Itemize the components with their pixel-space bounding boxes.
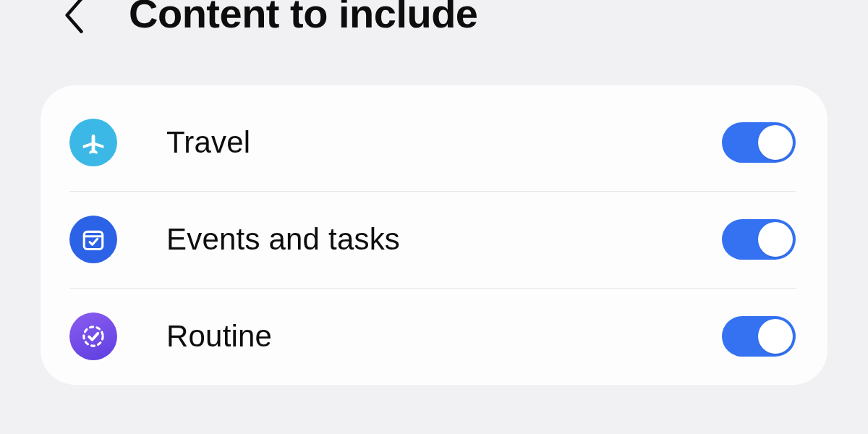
toggle-travel[interactable] <box>722 122 796 163</box>
list-item-events[interactable]: Events and tasks <box>41 191 827 288</box>
list-item-routine[interactable]: Routine <box>41 288 827 385</box>
switch-slider <box>722 219 796 260</box>
svg-rect-0 <box>84 231 103 249</box>
toggle-events[interactable] <box>722 219 796 260</box>
switch-slider <box>722 316 796 357</box>
list-item-label: Routine <box>166 319 722 354</box>
routine-check-icon <box>69 312 117 360</box>
switch-slider <box>722 122 796 163</box>
svg-point-2 <box>84 327 103 346</box>
content-list-card: Travel Events and tasks Routine <box>41 85 827 385</box>
list-item-label: Travel <box>166 125 722 160</box>
page-title: Content to include <box>129 0 478 34</box>
list-item-travel[interactable]: Travel <box>41 94 827 191</box>
chevron-left-icon <box>63 0 88 34</box>
back-button[interactable] <box>56 0 94 34</box>
header: Content to include <box>0 0 868 56</box>
toggle-routine[interactable] <box>722 316 796 357</box>
calendar-check-icon <box>69 216 117 263</box>
list-item-label: Events and tasks <box>166 222 722 257</box>
airplane-icon <box>69 119 117 166</box>
